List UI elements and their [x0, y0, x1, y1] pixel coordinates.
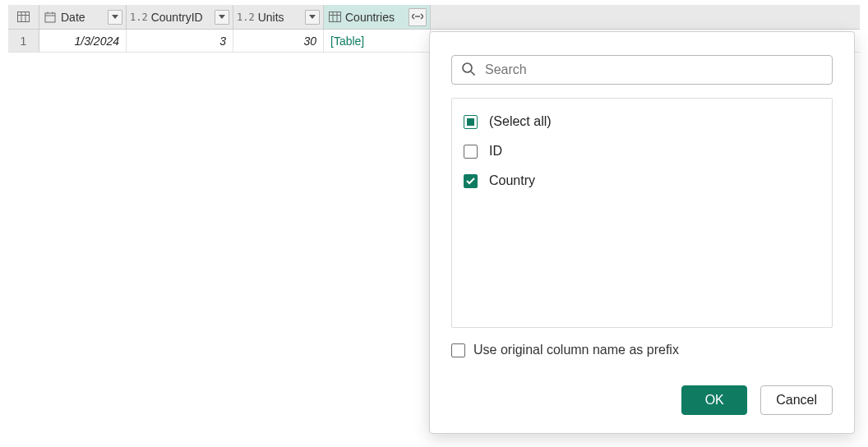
option-select-all[interactable]: (Select all) [464, 107, 820, 136]
column-header-units[interactable]: 1.2 Units [233, 5, 324, 29]
expand-column-button[interactable] [409, 8, 427, 26]
cancel-button[interactable]: Cancel [760, 385, 833, 415]
prefix-option[interactable]: Use original column name as prefix [451, 343, 833, 357]
svg-line-14 [471, 71, 475, 76]
calendar-icon [43, 12, 58, 23]
column-header-countries[interactable]: Countries [324, 5, 431, 29]
column-header-countryid[interactable]: 1.2 CountryID [127, 5, 233, 29]
column-label: Countries [345, 11, 405, 24]
checkbox-checked-icon [464, 174, 478, 188]
cell-value: 1/3/2024 [75, 35, 120, 48]
type-tag: 1.2 [130, 12, 148, 23]
column-header-date[interactable]: Date [39, 5, 127, 29]
type-tag: 1.2 [237, 12, 255, 23]
cell-date[interactable]: 1/3/2024 [39, 30, 127, 52]
prefix-label: Use original column name as prefix [473, 343, 679, 357]
cell-countries[interactable]: [Table] [324, 30, 431, 52]
row-index-cell: 1 [8, 30, 39, 52]
column-filter-button[interactable] [305, 10, 320, 25]
cell-value: 3 [219, 35, 226, 48]
checkbox-unchecked-icon [464, 145, 478, 159]
svg-rect-4 [45, 13, 55, 22]
column-filter-button[interactable] [215, 10, 229, 25]
column-label: CountryID [151, 11, 211, 24]
option-id[interactable]: ID [464, 136, 820, 166]
svg-rect-0 [18, 12, 30, 22]
button-row: OK Cancel [451, 385, 833, 415]
svg-rect-8 [329, 12, 340, 22]
column-filter-button[interactable] [108, 10, 122, 25]
expand-columns-popup: (Select all) ID Country Use original col… [429, 31, 855, 434]
row-index: 1 [21, 35, 27, 48]
table-icon [16, 12, 31, 22]
column-label: Date [61, 11, 104, 24]
option-label: Country [489, 173, 535, 188]
columns-listbox: (Select all) ID Country [451, 98, 833, 328]
column-header-row-index[interactable] [8, 5, 39, 29]
option-label: ID [489, 144, 502, 159]
cell-countryid[interactable]: 3 [127, 30, 233, 52]
column-label: Units [258, 11, 302, 24]
svg-point-13 [463, 63, 472, 72]
table-icon [327, 12, 342, 22]
search-input[interactable] [451, 55, 833, 85]
checkbox-indeterminate-icon [464, 115, 478, 129]
option-country[interactable]: Country [464, 166, 820, 196]
ok-button[interactable]: OK [681, 385, 747, 415]
cell-units[interactable]: 30 [233, 30, 324, 52]
checkbox-unchecked-icon [451, 343, 465, 357]
option-label: (Select all) [489, 114, 552, 129]
search-wrapper [451, 55, 833, 85]
grid-header: Date 1.2 CountryID 1.2 Units Countries [8, 5, 860, 30]
cell-value: 30 [303, 35, 316, 48]
table-link[interactable]: [Table] [330, 35, 364, 48]
search-icon [461, 62, 476, 79]
